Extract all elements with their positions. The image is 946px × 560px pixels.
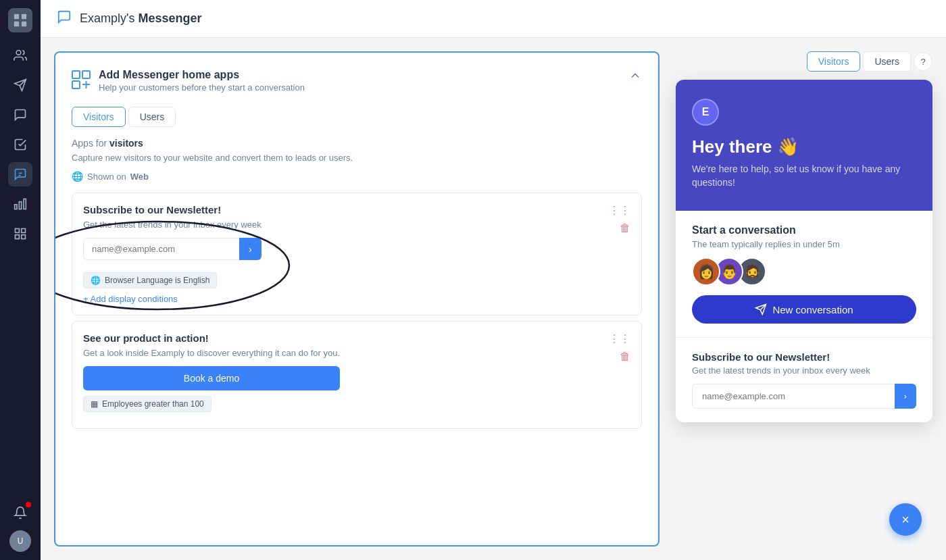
agent-avatars: 👩 👨 🧔 <box>692 257 916 286</box>
svg-rect-7 <box>24 199 26 209</box>
svg-rect-1 <box>22 14 26 19</box>
sidebar-item-reports[interactable] <box>8 192 32 216</box>
card2-content: See our product in action! Get a look in… <box>83 332 340 396</box>
svg-rect-15 <box>82 71 90 78</box>
tab-visitors[interactable]: Visitors <box>72 107 126 127</box>
sidebar-item-conversations[interactable] <box>8 103 32 127</box>
email-submit-button[interactable]: › <box>239 238 262 260</box>
agent-avatar-1: 👩 <box>692 257 720 286</box>
apps-label: Apps for visitors <box>72 138 642 149</box>
svg-rect-9 <box>15 205 17 209</box>
svg-rect-16 <box>72 81 80 88</box>
sidebar-item-tasks[interactable] <box>8 132 32 157</box>
conversation-card: Start a conversation The team typically … <box>676 211 932 338</box>
svg-rect-14 <box>72 71 80 78</box>
card2-title: See our product in action! <box>83 332 340 344</box>
preview-tabs: Visitors Users ? <box>676 51 932 72</box>
right-wrapper: Visitors Users ? E Hey there 👋 We're her… <box>676 51 932 546</box>
sidebar: U <box>0 0 41 560</box>
user-avatar[interactable]: U <box>9 530 31 552</box>
svg-rect-2 <box>14 22 19 26</box>
condition-badge-icon: 🌐 <box>91 276 101 285</box>
preview-newsletter-card: Subscribe to our Newsletter! Get the lat… <box>676 338 932 422</box>
card2-actions: ⋮⋮ 🗑 <box>609 332 630 363</box>
drag-handle-2[interactable]: ⋮⋮ <box>609 332 630 345</box>
tab-users[interactable]: Users <box>128 107 176 127</box>
preview-email-submit[interactable]: › <box>895 384 916 409</box>
messenger-header: E Hey there 👋 We're here to help, so let… <box>676 80 932 211</box>
sidebar-item-campaigns[interactable] <box>8 73 32 97</box>
card2-header: See our product in action! Get a look in… <box>83 332 630 396</box>
messenger-widget: E Hey there 👋 We're here to help, so let… <box>676 80 932 422</box>
employees-badge: ▦ Employees greater than 100 <box>83 396 211 412</box>
shown-on: 🌐 Shown on Web <box>72 171 642 182</box>
messenger-icon <box>57 9 72 28</box>
delete-button-1[interactable]: 🗑 <box>620 222 630 234</box>
messenger-greeting: Hey there 👋 <box>692 136 916 157</box>
email-row: › <box>83 238 262 260</box>
collapse-button[interactable] <box>628 69 642 86</box>
topbar: Examply's Messenger <box>41 0 946 38</box>
svg-rect-0 <box>14 14 19 19</box>
messenger-preview: E Hey there 👋 We're here to help, so let… <box>676 80 932 422</box>
svg-rect-3 <box>22 22 26 26</box>
left-panel: Add Messenger home apps Help your custom… <box>54 51 659 546</box>
condition-badge-text: Browser Language is English <box>105 276 209 285</box>
svg-rect-8 <box>19 202 21 209</box>
card1-content: Subscribe to our Newsletter! Get the lat… <box>83 204 262 265</box>
drag-handle-1[interactable]: ⋮⋮ <box>609 204 630 217</box>
sidebar-item-messenger[interactable] <box>8 162 32 186</box>
card1-actions: ⋮⋮ 🗑 <box>609 204 630 234</box>
employees-badge-icon: ▦ <box>91 399 98 409</box>
svg-rect-11 <box>22 229 26 233</box>
preview-newsletter-title: Subscribe to our Newsletter! <box>692 351 916 363</box>
card1-header: Subscribe to our Newsletter! Get the lat… <box>83 204 630 265</box>
panel-subtitle: Help your customers before they start a … <box>99 82 305 93</box>
messenger-subtext: We're here to help, so let us know if yo… <box>692 163 916 189</box>
notifications-icon-wrap <box>8 501 32 525</box>
svg-point-4 <box>16 51 21 55</box>
apps-desc: Capture new visitors to your website and… <box>72 153 642 163</box>
main-area: Examply's Messenger <box>41 0 946 560</box>
visitor-user-tabs: Visitors Users <box>72 107 642 127</box>
panel-text: Add Messenger home apps Help your custom… <box>99 69 305 93</box>
email-input[interactable] <box>83 238 239 260</box>
book-demo-button[interactable]: Book a demo <box>83 366 340 390</box>
sidebar-item-contacts[interactable] <box>8 43 32 68</box>
content-area: Add Messenger home apps Help your custom… <box>41 38 946 560</box>
panel-header: Add Messenger home apps Help your custom… <box>72 69 642 93</box>
svg-rect-13 <box>16 235 20 239</box>
new-conversation-button[interactable]: New conversation <box>692 295 916 324</box>
preview-email-input[interactable] <box>692 384 895 409</box>
preview-newsletter-sub: Get the latest trends in your inbox ever… <box>692 365 916 376</box>
card1-title: Subscribe to our Newsletter! <box>83 204 262 215</box>
card1-desc: Get the latest trends in your inbox ever… <box>83 220 262 230</box>
globe-icon: 🌐 <box>72 171 83 182</box>
preview-tab-visitors[interactable]: Visitors <box>807 51 861 72</box>
employees-badge-text: Employees greater than 100 <box>102 399 204 409</box>
messenger-brand-logo: E <box>692 99 719 126</box>
conv-card-subtitle: The team typically replies in under 5m <box>692 239 916 249</box>
shown-on-label: Shown on <box>87 172 126 182</box>
close-messenger-button[interactable]: × <box>889 503 922 536</box>
help-button[interactable]: ? <box>914 52 932 71</box>
display-conditions: 🌐 Browser Language is English + Add disp… <box>83 272 630 304</box>
topbar-title: Examply's Messenger <box>80 11 202 26</box>
condition-badge: 🌐 Browser Language is English <box>83 272 217 288</box>
conv-card-title: Start a conversation <box>692 224 916 236</box>
panel-header-left: Add Messenger home apps Help your custom… <box>72 69 305 93</box>
product-demo-app-card: See our product in action! Get a look in… <box>72 321 642 429</box>
newsletter-app-card: Subscribe to our Newsletter! Get the lat… <box>72 193 642 315</box>
sidebar-item-apps[interactable] <box>8 222 32 246</box>
delete-button-2[interactable]: 🗑 <box>620 351 630 363</box>
notification-dot <box>26 502 31 507</box>
preview-newsletter-row: › <box>692 384 916 409</box>
card2-desc: Get a look inside Examply to discover ev… <box>83 348 340 358</box>
panel-title: Add Messenger home apps <box>99 69 305 81</box>
panel-icon <box>72 70 91 93</box>
preview-tab-users[interactable]: Users <box>863 51 911 72</box>
app-logo <box>8 8 32 32</box>
svg-rect-12 <box>22 235 26 239</box>
svg-rect-10 <box>16 229 20 233</box>
add-condition-button[interactable]: + Add display conditions <box>83 294 630 304</box>
